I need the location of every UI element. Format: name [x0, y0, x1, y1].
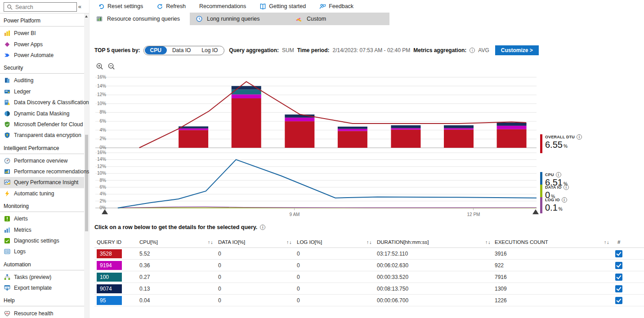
sidebar-item-power-bi[interactable]: Power BI — [0, 28, 84, 39]
axis-tick — [294, 208, 295, 210]
time-range-left-handle[interactable] — [102, 209, 108, 214]
executions-value: 1226 — [495, 295, 507, 306]
sidebar-item-export-template[interactable]: Export template — [0, 283, 84, 293]
data-io-value: 0 — [218, 271, 221, 283]
metric-option-log-io[interactable]: Log IO — [196, 46, 223, 54]
query-id-badge: 95 — [97, 296, 122, 305]
info-icon[interactable] — [260, 225, 265, 230]
sidebar-item-encryption[interactable]: Transparent data encryption — [0, 130, 84, 141]
legend-unit: % — [559, 207, 563, 212]
sidebar-item-auditing[interactable]: Auditing — [0, 75, 84, 86]
sort-icons[interactable] — [367, 237, 372, 248]
metric-lines-chart: 16%14%12%10%8%6%4%2%0% — [90, 151, 537, 209]
toolbar-label: Reset settings — [107, 3, 143, 9]
row-checkbox[interactable] — [615, 250, 622, 257]
log-io-value: 0 — [297, 295, 300, 306]
sidebar-item-defender[interactable]: Microsoft Defender for Cloud — [0, 119, 84, 130]
sidebar-item-power-apps[interactable]: Power Apps — [0, 39, 84, 49]
sidebar-item-logs[interactable]: Logs — [0, 246, 84, 257]
alert-icon — [4, 216, 10, 222]
sidebar-item-power-automate[interactable]: Power Automate — [0, 50, 84, 61]
sort-icons[interactable] — [208, 237, 214, 248]
table-row[interactable]: 100 0.27 0 0 00:00:33.520 7916 — [94, 271, 644, 283]
metric-option-cpu[interactable]: CPU — [145, 46, 167, 54]
sidebar-item-data-discovery[interactable]: Data Discovery & Classification — [0, 97, 84, 108]
sidebar-item-data-masking[interactable]: Dynamic Data Masking — [0, 108, 84, 119]
row-checkbox[interactable] — [615, 274, 622, 281]
tab-resource-consuming-queries[interactable]: Resource consuming queries — [90, 13, 190, 25]
sidebar-item-label: Export template — [14, 285, 52, 291]
legend-value: 6.55 — [545, 140, 563, 150]
sidebar-item-alerts[interactable]: Alerts — [0, 213, 84, 224]
info-icon[interactable] — [577, 134, 582, 140]
ledger-icon — [4, 88, 10, 95]
metric-option-data-io[interactable]: Data IO — [167, 46, 196, 54]
table-row[interactable]: 95 0.04 0 0 00:00:06.700 1226 — [94, 295, 644, 306]
sort-icons[interactable] — [485, 237, 491, 248]
row-checkbox[interactable] — [615, 285, 622, 292]
sidebar-item-automatic-tuning[interactable]: Automatic tuning — [0, 188, 84, 199]
info-icon[interactable] — [556, 172, 561, 177]
chevrons-left-collapse-icon[interactable] — [78, 3, 81, 10]
y-tick-label: 12% — [95, 164, 106, 169]
refresh-icon — [157, 3, 163, 10]
sort-icons[interactable] — [604, 237, 610, 248]
customize-button[interactable]: Customize > — [495, 45, 539, 55]
feedback-button[interactable]: Feedback — [319, 3, 353, 10]
table-row[interactable]: 9074 0.13 0 0 00:08:13.750 1309 — [94, 283, 644, 295]
section-title-security: Security — [0, 61, 84, 74]
info-icon[interactable] — [470, 48, 475, 53]
sidebar-item-performance-overview[interactable]: Performance overview — [0, 155, 84, 166]
reset-settings-button[interactable]: Reset settings — [98, 3, 143, 10]
zoom-in-icon[interactable] — [96, 62, 103, 70]
sidebar-item-resource-health[interactable]: Resource health — [0, 308, 84, 318]
sidebar-item-metrics[interactable]: Metrics — [0, 224, 84, 235]
table-row[interactable]: 3528 5.52 0 0 03:17:52.110 3916 — [94, 248, 644, 260]
sidebar-item-label: Tasks (preview) — [14, 274, 51, 280]
sort-icons[interactable] — [286, 237, 292, 248]
sidebar-item-label: Power Apps — [14, 41, 43, 48]
y-tick-label: 12% — [95, 92, 106, 97]
time-range-right-handle[interactable] — [532, 209, 539, 214]
getting-started-button[interactable]: Getting started — [259, 3, 306, 10]
sidebar-item-query-performance-insight[interactable]: Query Performance Insight — [0, 177, 84, 188]
info-icon[interactable] — [562, 197, 567, 203]
row-checkbox[interactable] — [615, 297, 622, 304]
table-row[interactable]: 9194 0.36 0 0 00:06:02.630 922 — [94, 260, 644, 271]
cpu-value: 0.04 — [139, 295, 150, 306]
row-checkbox[interactable] — [615, 262, 622, 269]
metric-toggle[interactable]: CPU Data IO Log IO — [143, 46, 225, 55]
power-automate-icon — [4, 52, 10, 58]
info-icon[interactable] — [564, 185, 569, 190]
duration-value: 00:08:13.750 — [377, 283, 408, 295]
encryption-shield-icon — [4, 132, 10, 138]
sidebar-item-diagnostic-settings[interactable]: Diagnostic settings — [0, 235, 84, 246]
sidebar-scrollbar[interactable] — [84, 13, 89, 318]
scrollbar-thumb[interactable] — [85, 135, 88, 231]
sidebar-item-ledger[interactable]: Ledger — [0, 86, 84, 97]
search-input[interactable] — [4, 2, 77, 12]
section-title-automation: Automation — [0, 257, 84, 270]
bar-chart-icon — [4, 227, 10, 233]
zoom-out-icon[interactable] — [107, 62, 115, 70]
table-hint: Click on a row below to get the details … — [94, 224, 265, 230]
section-title-intelligent-performance: Intelligent Performance — [0, 141, 84, 154]
sidebar-item-label: Automatic tuning — [14, 190, 54, 197]
scroll-up-arrow-icon[interactable] — [85, 15, 88, 18]
axis-label-9am: 9 AM — [285, 212, 304, 217]
recommendations-button[interactable]: Recommendations — [199, 3, 246, 9]
power-apps-icon — [4, 41, 10, 48]
executions-value: 1309 — [495, 283, 507, 295]
duration-value: 00:00:33.520 — [377, 271, 408, 283]
refresh-button[interactable]: Refresh — [157, 3, 186, 10]
sidebar-item-tasks[interactable]: Tasks (preview) — [0, 272, 84, 283]
section-title-help: Help — [0, 293, 84, 306]
table-header: QUERY ID CPU[%] DATA IO[%] LOG IO[%] DUR… — [94, 237, 644, 248]
sidebar-item-performance-recommendations[interactable]: Performance recommendations — [0, 166, 84, 177]
data-masking-icon — [4, 110, 10, 117]
tab-custom[interactable]: Custom — [290, 13, 389, 25]
sidebar-item-label: Power Automate — [14, 52, 54, 58]
cpu-value: 5.52 — [139, 248, 150, 260]
search-field[interactable] — [15, 4, 74, 10]
tab-long-running-queries[interactable]: Long running queries — [190, 13, 290, 25]
